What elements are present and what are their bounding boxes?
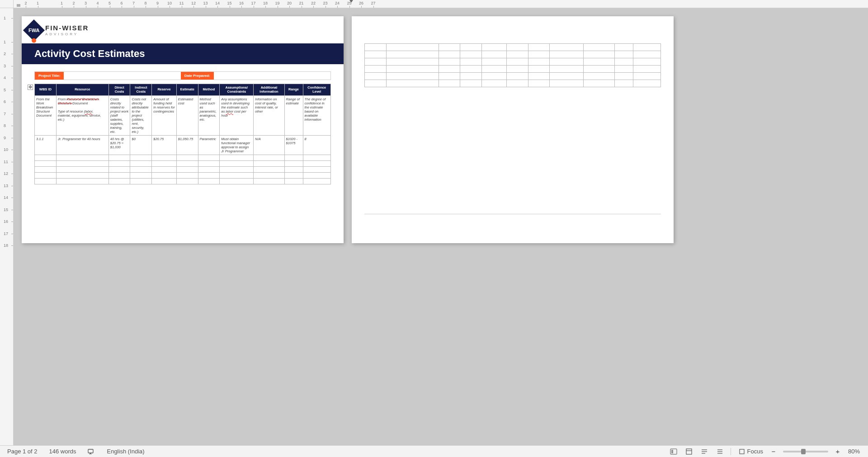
focus-icon [738,448,745,455]
vertical-ruler[interactable]: 1123456789101112131415161718 [0,8,14,445]
data-additional-info[interactable]: N/A [254,136,284,155]
zoom-slider-thumb[interactable] [801,449,806,454]
web-layout-button[interactable] [700,447,709,456]
table-desc-row[interactable]: From the Work Breakdown Structure Docume… [35,96,331,136]
th-additional-info: Additional Information [254,84,284,96]
document-area[interactable]: FWA FIN-WISER ADVISORY Activity Cost Est… [14,8,868,445]
zoom-level[interactable]: 80% [847,447,861,456]
desc-wbs-id[interactable]: From the Work Breakdown Structure Docume… [35,96,57,136]
table-empty-row[interactable] [35,167,331,173]
ruler-corner [0,0,14,8]
status-divider [731,448,731,455]
svg-rect-3 [686,449,692,454]
table-empty-row[interactable] [365,66,661,73]
page2-footer-line [364,214,661,214]
desc-confidence[interactable]: The degree of confidence in the estimate… [303,96,330,136]
status-bar: Page 1 of 2 146 words English (India) [0,445,868,457]
zoom-out-button[interactable]: − [770,448,777,455]
spellcheck-icon [88,448,95,455]
zoom-slider[interactable] [783,451,828,452]
data-range[interactable]: $1020 - $1075 [284,136,303,155]
svg-rect-11 [740,449,744,454]
page-2[interactable] [352,16,674,243]
word-count-status[interactable]: 146 words [48,447,77,456]
page-1[interactable]: FWA FIN-WISER ADVISORY Activity Cost Est… [22,16,344,243]
outline-button[interactable] [715,447,724,456]
web-layout-icon [701,448,708,455]
print-layout-icon [685,448,693,455]
desc-direct-costs[interactable]: Costs directly related to project work (… [108,96,130,136]
page-number-status[interactable]: Page 1 of 2 [6,447,38,456]
data-confidence[interactable]: 8 [303,136,330,155]
desc-reserve[interactable]: Amount of funding held in reserves for c… [152,96,177,136]
project-title-input[interactable] [64,72,180,80]
desc-estimate[interactable]: Estimated cost [176,96,198,136]
logo-icon: FWA [23,19,45,41]
data-wbs-id[interactable]: 3.1.1 [35,136,57,155]
table-empty-row[interactable] [35,179,331,184]
data-direct-costs[interactable]: 40 hrs @ $20.75 = $1,030 [108,136,130,155]
th-indirect-costs: Indirect Costs [130,84,152,96]
desc-resource[interactable]: From Resource Breakdown Structure Docume… [56,96,108,136]
project-title-label: Project Title: [35,72,64,80]
document-title[interactable]: Activity Cost Estimates [22,43,344,64]
data-method[interactable]: Parametric [198,136,220,155]
spelling-status[interactable] [87,447,96,456]
table-empty-row[interactable] [365,51,661,58]
field-row: Project Title: Date Prepared: [34,71,331,80]
th-estimate: Estimate [176,84,198,96]
horizontal-ruler[interactable]: 2112345678910111213141516171819202122232… [14,0,868,8]
th-resource: Resource [56,84,108,96]
th-wbs-id: WBS ID [35,84,57,96]
th-confidence: Confidence Level [303,84,330,96]
desc-additional-info[interactable]: Information on cost of quality, interest… [254,96,284,136]
table-empty-row[interactable] [365,58,661,66]
table-empty-row[interactable] [35,161,331,167]
table-empty-row[interactable] [365,80,661,87]
date-prepared-input[interactable] [214,72,330,80]
desc-method[interactable]: Method used such as parametric, analogou… [198,96,220,136]
read-mode-icon [670,448,677,455]
zoom-in-button[interactable]: + [835,448,841,455]
cost-estimates-table[interactable]: WBS ID Resource Direct Costs Indirect Co… [34,84,331,184]
data-estimate[interactable]: $1,050.75 [176,136,198,155]
table-empty-row[interactable] [365,44,661,51]
data-assumptions[interactable]: Must obtain functional manager approval … [220,136,254,155]
th-reserve: Reserve [152,84,177,96]
print-layout-button[interactable] [684,447,693,456]
read-mode-button[interactable] [669,447,678,456]
th-method: Method [198,84,220,96]
table-move-handle[interactable]: ✥ [28,85,33,90]
th-range: Range [284,84,303,96]
page2-table[interactable] [364,43,661,87]
table-header-row: WBS ID Resource Direct Costs Indirect Co… [35,84,331,96]
svg-rect-2 [671,450,673,453]
desc-assumptions[interactable]: Any assumptions used in developing the e… [220,96,254,136]
focus-mode-button[interactable]: Focus [737,447,764,456]
svg-rect-0 [88,449,93,453]
logo: FWA FIN-WISER ADVISORY [22,16,344,42]
logo-sub-text: ADVISORY [45,33,89,36]
language-status[interactable]: English (India) [106,447,145,456]
desc-range[interactable]: Range of estimate [284,96,303,136]
date-prepared-label: Date Prepared: [181,72,214,80]
desc-indirect-costs[interactable]: Costs not directly attributable to the p… [130,96,152,136]
data-indirect-costs[interactable]: $0 [130,136,152,155]
table-empty-row[interactable] [35,173,331,179]
th-direct-costs: Direct Costs [108,84,130,96]
table-data-row[interactable]: 3.1.1 Jr. Programmer for 40 hours 40 hrs… [35,136,331,155]
data-reserve[interactable]: $20.75 [152,136,177,155]
th-assumptions: Assumptions/ Constraints [220,84,254,96]
logo-main-text: FIN-WISER [45,24,89,31]
outline-icon [716,448,723,455]
table-empty-row[interactable] [365,73,661,80]
table-empty-row[interactable] [35,155,331,161]
data-resource[interactable]: Jr. Programmer for 40 hours [56,136,108,155]
